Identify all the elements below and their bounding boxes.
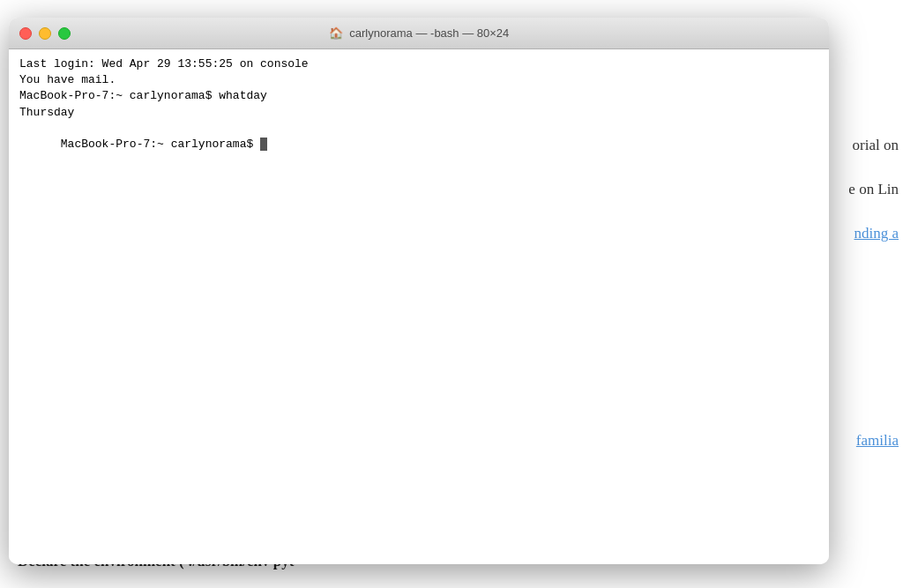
terminal-line-5: MacBook-Pro-7:~ carlynorama$ (19, 121, 818, 169)
right-link-2[interactable]: familia (856, 432, 899, 450)
terminal-cursor (260, 138, 267, 151)
close-button[interactable] (19, 27, 32, 40)
right-text-2: e on Lin (848, 181, 899, 198)
terminal-line-4: Thursday (19, 105, 818, 121)
right-text-1: orial on (853, 137, 899, 154)
terminal-window: 🏠 carlynorama — -bash — 80×24 Last login… (9, 18, 829, 564)
traffic-lights (19, 27, 71, 40)
right-link-1[interactable]: nding a (854, 225, 899, 242)
terminal-line-2: You have mail. (19, 72, 818, 88)
terminal-body[interactable]: Last login: Wed Apr 29 13:55:25 on conso… (9, 49, 829, 564)
home-icon: 🏠 (329, 26, 343, 40)
terminal-titlebar: 🏠 carlynorama — -bash — 80×24 (9, 18, 829, 49)
terminal-line-1: Last login: Wed Apr 29 13:55:25 on conso… (19, 56, 818, 72)
terminal-title-text: carlynorama — -bash — 80×24 (349, 26, 509, 40)
maximize-button[interactable] (58, 27, 71, 40)
terminal-title: 🏠 carlynorama — -bash — 80×24 (329, 26, 510, 40)
terminal-prompt: MacBook-Pro-7:~ carlynorama$ (61, 138, 260, 151)
terminal-line-3: MacBook-Pro-7:~ carlynorama$ whatday (19, 88, 818, 104)
minimize-button[interactable] (39, 27, 51, 40)
